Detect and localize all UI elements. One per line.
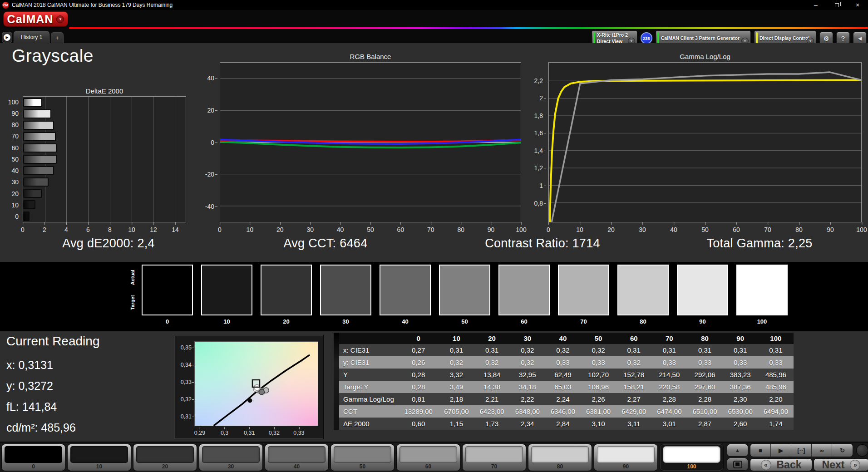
pattern-button-100[interactable]: 100 xyxy=(660,444,724,471)
pattern-label: 0 xyxy=(32,464,35,470)
back-button[interactable]: « Back xyxy=(750,458,812,471)
tab-history-1[interactable]: History 1 xyxy=(14,31,49,43)
pattern-up-button[interactable]: ▲ xyxy=(727,444,748,457)
current-reading-title: Current Reading xyxy=(6,334,99,349)
table-cell: 0,32 xyxy=(545,344,581,356)
play-button[interactable]: ▶ xyxy=(771,444,791,457)
strip-swatches: 0102030405060708090100 xyxy=(142,265,788,325)
add-tab-button[interactable]: + xyxy=(51,32,64,43)
table-cell: 0,31 xyxy=(474,344,510,356)
rgb-balance-y-axis: 40200-20-40 xyxy=(195,62,217,222)
tab-row: ▶ History 1 + xyxy=(2,31,64,43)
table-cell: 158,21 xyxy=(616,381,651,393)
table-cell: 2,22 xyxy=(510,393,545,405)
swatch-color xyxy=(380,265,431,315)
grayscale-swatch-20: 20 xyxy=(261,265,312,325)
sidebar-toggle-button[interactable]: ▶ xyxy=(2,32,12,43)
table-row: Target Y0,283,4914,3834,1865,03106,96158… xyxy=(339,381,794,393)
column-header: 80 xyxy=(687,333,722,344)
close-button[interactable]: × xyxy=(847,0,868,10)
continuous-measure-button[interactable]: ∞ xyxy=(812,444,832,457)
deltae-bar xyxy=(23,200,35,209)
y-tick-label: 0,34 xyxy=(181,362,192,368)
swatch-color xyxy=(677,265,728,315)
column-header: 70 xyxy=(651,333,687,344)
pattern-button-50[interactable]: 50 xyxy=(330,444,395,471)
x-tick-label: 60 xyxy=(733,226,740,233)
grayscale-swatch-40: 40 xyxy=(380,265,431,325)
x-tick-label: 8 xyxy=(108,226,112,233)
table-cell: 0,32 xyxy=(510,356,545,369)
row-label: Gamma Log/Log xyxy=(339,393,398,405)
x-tick-label: 0,32 xyxy=(269,430,280,436)
x-tick-label: 0 xyxy=(218,226,222,233)
gamma-chart-title: Gamma Log/Log xyxy=(548,53,862,60)
x-tick-label: 70 xyxy=(427,226,434,233)
measure-series-button[interactable]: [··] xyxy=(791,444,812,457)
pattern-button-60[interactable]: 60 xyxy=(396,444,460,471)
grayscale-swatch-30: 30 xyxy=(320,265,371,325)
cie-chart xyxy=(194,341,318,426)
table-cell: 106,96 xyxy=(581,381,616,393)
stop-icon: ■ xyxy=(759,447,762,454)
table-header: 0102030405060708090100 xyxy=(339,333,794,344)
column-header: 20 xyxy=(474,333,510,344)
gamma-y-axis: 2,221,81,61,41,210,8 xyxy=(524,62,546,222)
table-cell: 0,31 xyxy=(439,344,474,356)
main-chart-area: Grayscale DeltaE 2000 100908070605040302… xyxy=(0,43,868,262)
pattern-button-40[interactable]: 40 xyxy=(265,444,329,471)
column-header: 50 xyxy=(581,333,616,344)
next-button[interactable]: Next » xyxy=(814,458,868,471)
column-header: 100 xyxy=(758,333,794,344)
table-cell: 0,32 xyxy=(474,356,510,369)
table-cell: 0,31 xyxy=(616,344,651,356)
pattern-button-bar: 0102030405060708090100 ▲ ■▶[··]∞↻ « Back… xyxy=(0,442,868,472)
meter-count-badge[interactable]: 238 xyxy=(641,32,652,44)
pattern-button-20[interactable]: 20 xyxy=(133,444,197,471)
bar-row xyxy=(23,188,186,199)
calman-menu-button[interactable]: CalMAN ▼ xyxy=(3,11,68,27)
pattern-button-30[interactable]: 30 xyxy=(199,444,263,471)
table-cell: 6530,00 xyxy=(723,405,758,418)
minimize-button[interactable]: – xyxy=(805,0,826,10)
grayscale-swatch-100: 100 xyxy=(736,265,788,325)
swatch-color xyxy=(320,265,371,315)
next-chevrons-icon: » xyxy=(850,460,860,470)
gamma-plot xyxy=(549,63,861,222)
pattern-window-button[interactable] xyxy=(727,458,748,471)
repeat-button[interactable]: ↻ xyxy=(832,444,853,457)
pattern-button-80[interactable]: 80 xyxy=(528,444,592,471)
pattern-button-70[interactable]: 70 xyxy=(462,444,526,471)
grayscale-swatch-50: 50 xyxy=(439,265,490,325)
table-row: ΔE 20000,601,151,732,342,843,103,113,012… xyxy=(339,418,794,430)
pattern-button-90[interactable]: 90 xyxy=(594,444,658,471)
gear-icon: ⚙ xyxy=(824,35,829,42)
transport-and-nav: ■▶[··]∞↻ « Back Next » xyxy=(750,443,868,471)
bar-row xyxy=(23,97,186,108)
deltae-chart-title: DeltaE 2000 xyxy=(23,87,186,95)
pattern-swatch xyxy=(465,446,523,463)
pattern-label: 100 xyxy=(687,464,696,470)
transport-buttons: ■▶[··]∞↻ xyxy=(750,443,853,457)
y-tick-label: 0,32 xyxy=(181,396,192,403)
pattern-button-10[interactable]: 10 xyxy=(67,444,131,471)
table-cell: 0,33 xyxy=(723,356,758,369)
pattern-swatch xyxy=(399,446,457,463)
stop-button[interactable]: ■ xyxy=(750,444,771,457)
table-cell: 2,30 xyxy=(723,393,758,405)
table-cell: 0,81 xyxy=(398,393,439,405)
table-cell: 1,73 xyxy=(474,418,510,430)
swatch-color xyxy=(261,265,312,315)
table-cell: 0,33 xyxy=(581,356,616,369)
table-cell: 0,32 xyxy=(510,344,545,356)
restore-button[interactable] xyxy=(826,0,847,10)
cie-plot xyxy=(195,342,318,426)
meter-name: X-Rite i1Pro 2 xyxy=(597,32,626,39)
table-cell: 6510,00 xyxy=(687,405,722,418)
table-cell: 2,18 xyxy=(439,393,474,405)
table-scrollbar-gutter[interactable] xyxy=(334,333,339,430)
y-tick-label: 40 xyxy=(0,165,21,177)
pattern-button-0[interactable]: 0 xyxy=(1,444,65,471)
status-dot xyxy=(856,444,868,457)
x-tick-label: 70 xyxy=(764,226,771,233)
